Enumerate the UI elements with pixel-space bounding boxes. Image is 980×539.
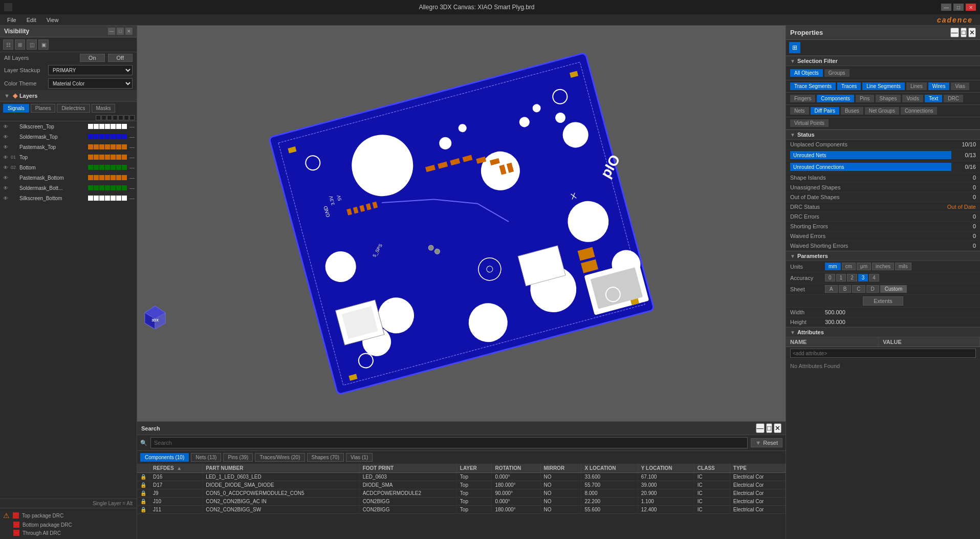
- col-y[interactable]: Y LOCATION: [638, 464, 694, 473]
- sheet-custom[interactable]: Custom: [880, 285, 907, 293]
- col-rotation[interactable]: ROTATION: [492, 464, 540, 473]
- table-row[interactable]: 🔒 J11 CON2_CON2BIGG_SW CON2BIGG Top 180.…: [137, 506, 786, 514]
- sheet-c[interactable]: C: [852, 285, 865, 293]
- filter-diff-pairs[interactable]: Diff Pairs: [811, 107, 839, 115]
- col-refdes[interactable]: REFDES ▲: [150, 464, 203, 473]
- unit-um[interactable]: μm: [857, 263, 871, 270]
- col-class[interactable]: CLASS: [694, 464, 730, 473]
- layer-vis-toggle[interactable]: 👁: [2, 195, 9, 202]
- table-row[interactable]: 🔒 D17 DIODE_DIODE_SMA_DIODE DIODE_SMA To…: [137, 481, 786, 489]
- filter-pins[interactable]: Pins: [856, 95, 874, 102]
- accuracy-0[interactable]: 0: [825, 274, 835, 282]
- filter-drc[interactable]: DRC: [944, 95, 963, 102]
- accuracy-1[interactable]: 1: [836, 274, 846, 282]
- props-close-button[interactable]: ✕: [968, 28, 976, 37]
- tool-icon-2[interactable]: ⊞: [15, 39, 25, 50]
- layer-stackup-select[interactable]: PRIMARY: [48, 65, 133, 75]
- col-footprint[interactable]: FOOT PRINT: [359, 464, 456, 473]
- menu-file[interactable]: File: [2, 16, 21, 24]
- tab-traces-wires[interactable]: Traces/Wires (20): [255, 453, 304, 462]
- accuracy-4[interactable]: 4: [869, 274, 879, 282]
- panel-float-button[interactable]: □: [117, 28, 124, 35]
- search-float[interactable]: □: [766, 423, 772, 433]
- all-layers-on-button[interactable]: On: [80, 54, 105, 62]
- filter-buses[interactable]: Buses: [841, 107, 863, 115]
- unit-inches[interactable]: inches: [872, 263, 894, 270]
- layer-vis-toggle[interactable]: 👁: [2, 164, 9, 171]
- tab-masks[interactable]: Masks: [92, 104, 116, 113]
- tab-signals[interactable]: Signals: [3, 104, 29, 113]
- unit-mm[interactable]: mm: [825, 263, 841, 270]
- search-minimize[interactable]: —: [756, 423, 765, 433]
- layer-vis-toggle[interactable]: 👁: [2, 184, 9, 191]
- filter-wires[interactable]: Wires: [928, 82, 950, 90]
- filter-virtual-points[interactable]: Virtual Points: [790, 119, 829, 127]
- filter-fingers[interactable]: Fingers: [790, 95, 815, 102]
- sheet-b[interactable]: B: [839, 285, 852, 293]
- parameters-section-header[interactable]: ▼ Parameters: [786, 251, 980, 261]
- filter-shapes[interactable]: Shapes: [876, 95, 901, 102]
- menu-view[interactable]: View: [41, 16, 64, 24]
- col-mirror[interactable]: MIRROR: [540, 464, 581, 473]
- filter-line-segments[interactable]: Line Segments: [862, 82, 905, 90]
- filter-components[interactable]: Components: [817, 95, 854, 102]
- tab-dielectrics[interactable]: Dielectrics: [57, 104, 90, 113]
- filter-voids[interactable]: Voids: [902, 95, 923, 102]
- col-type[interactable]: TYPE: [730, 464, 785, 473]
- tool-icon-1[interactable]: ☷: [3, 39, 13, 50]
- filter-nets[interactable]: Nets: [790, 107, 809, 115]
- attributes-section-header[interactable]: ▼ Attributes: [786, 327, 980, 337]
- search-close[interactable]: ✕: [774, 423, 781, 433]
- tab-vias[interactable]: Vias (1): [346, 453, 373, 462]
- reset-button[interactable]: ▼ Reset: [751, 438, 782, 447]
- layer-vis-toggle[interactable]: 👁: [2, 154, 9, 161]
- layer-vis-toggle[interactable]: 👁: [2, 133, 9, 140]
- pcb-canvas[interactable]: pIO X GND 3.3V 5V: [137, 26, 786, 421]
- filter-trace-segments[interactable]: Trace Segments: [790, 82, 836, 90]
- color-theme-select[interactable]: Material Color: [48, 78, 133, 89]
- unit-cm[interactable]: cm: [842, 263, 856, 270]
- tool-icon-4[interactable]: ▣: [38, 39, 49, 50]
- table-row[interactable]: 🔒 J10 CON2_CON2BIGG_AC IN CON2BIGG Top 0…: [137, 498, 786, 506]
- filter-groups[interactable]: Groups: [824, 69, 850, 77]
- filter-traces[interactable]: Traces: [837, 82, 861, 90]
- tab-nets[interactable]: Nets (13): [191, 453, 221, 462]
- tab-planes[interactable]: Planes: [31, 104, 56, 113]
- filter-lines[interactable]: Lines: [906, 82, 927, 90]
- props-float-button[interactable]: □: [961, 28, 967, 37]
- unit-mils[interactable]: mils: [895, 263, 911, 270]
- maximize-button[interactable]: □: [953, 4, 964, 11]
- tab-components[interactable]: Components (10): [140, 453, 189, 462]
- tab-pins[interactable]: Pins (39): [223, 453, 253, 462]
- table-row[interactable]: 🔒 D16 LED_1_LED_0603_LED LED_0603 Top 0.…: [137, 473, 786, 481]
- layer-vis-toggle[interactable]: 👁: [2, 143, 9, 150]
- sheet-a[interactable]: A: [825, 285, 838, 293]
- search-input[interactable]: [150, 437, 748, 448]
- filter-all-objects[interactable]: All Objects: [790, 69, 823, 77]
- attr-add-row[interactable]: [786, 347, 980, 360]
- extents-button[interactable]: Extents: [863, 296, 903, 306]
- tool-icon-3[interactable]: ◫: [27, 39, 37, 50]
- menu-edit[interactable]: Edit: [21, 16, 41, 24]
- close-button[interactable]: ✕: [966, 4, 976, 11]
- col-x[interactable]: X LOCATION: [581, 464, 638, 473]
- panel-close-button[interactable]: ✕: [125, 28, 133, 35]
- sheet-d[interactable]: D: [866, 285, 879, 293]
- panel-pin-button[interactable]: —: [108, 28, 115, 35]
- table-row[interactable]: 🔒 J9 CON5_0_ACDCPOWERMODULE2_CON5 ACDCPO…: [137, 489, 786, 498]
- tab-shapes[interactable]: Shapes (70): [307, 453, 344, 462]
- add-attribute-input[interactable]: [790, 349, 976, 358]
- filter-connections[interactable]: Connections: [901, 107, 938, 115]
- filter-text[interactable]: Text: [925, 95, 942, 102]
- accuracy-3[interactable]: 3: [858, 274, 868, 282]
- prop-filter-button[interactable]: ⊞: [789, 42, 800, 53]
- filter-vias[interactable]: Vias: [951, 82, 969, 90]
- layers-section-header[interactable]: ▼ ◈ Layers: [0, 90, 137, 102]
- status-section-header[interactable]: ▼ Status: [786, 130, 980, 140]
- col-part-number[interactable]: PART NUMBER: [203, 464, 359, 473]
- all-layers-off-button[interactable]: Off: [108, 54, 133, 62]
- col-layer[interactable]: LAYER: [456, 464, 492, 473]
- layer-vis-toggle[interactable]: 👁: [2, 123, 9, 130]
- layer-vis-toggle[interactable]: 👁: [2, 174, 9, 181]
- accuracy-2[interactable]: 2: [847, 274, 857, 282]
